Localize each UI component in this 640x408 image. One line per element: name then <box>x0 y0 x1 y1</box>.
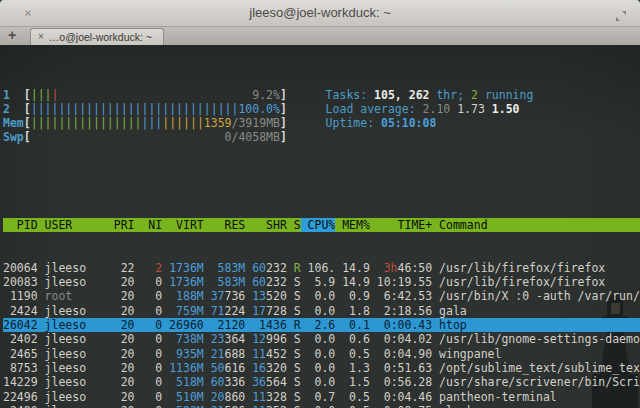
meter-value: 0/4058MB <box>225 130 280 144</box>
stat-uptime: Uptime: 05:10:08 <box>326 116 534 130</box>
new-tab-button[interactable]: + <box>8 27 16 44</box>
process-row[interactable]: 14229jleeso200518M6033636564S0.01.50:56.… <box>3 375 640 389</box>
process-row[interactable]: 1190root200188M3773613520S0.00.96:42.53/… <box>3 289 640 303</box>
meter-bar-red: | <box>51 88 58 102</box>
meter-value: 9.2% <box>252 88 280 102</box>
process-row[interactable]: 8753jleeso2001136M5061616320S0.01.30:51.… <box>3 361 640 375</box>
column-header-time[interactable]: TIME+ <box>370 218 432 232</box>
column-header-ni[interactable]: NI <box>135 218 163 232</box>
tab-title: …o@joel-workduck: ~ <box>49 31 152 43</box>
meter-bar-blue: |||||||||||||||||||||||||||||| <box>31 102 239 116</box>
terminal-window: × jleeso@joel-workduck: ~ + × …o@joel-wo… <box>0 0 640 408</box>
column-header-res[interactable]: RES <box>204 218 246 232</box>
htop-output: 1[||||9.2%]2[|||||||||||||||||||||||||||… <box>0 45 640 408</box>
terminal-screen[interactable]: 1[||||9.2%]2[|||||||||||||||||||||||||||… <box>0 45 640 408</box>
process-row[interactable]: 2402jleeso200738M2336412996S0.00.60:04.0… <box>3 332 640 346</box>
meter-bar-green: ||| <box>31 88 52 102</box>
meter-label: Mem <box>3 116 24 130</box>
meter-label: 1 <box>3 88 24 102</box>
meter-cpu1: 1[||||9.2%] <box>3 88 291 102</box>
stats-column: Tasks: 105, 262 thr; 2 runningLoad avera… <box>326 88 534 145</box>
tab-active[interactable]: × …o@joel-workduck: ~ <box>30 28 164 45</box>
process-row[interactable]: 26042jleeso2002696021201436R2.60.10:00.4… <box>3 318 640 332</box>
meter-label: 2 <box>3 102 24 116</box>
stat-load: Load average: 2.10 1.73 1.50 <box>326 102 534 116</box>
meter-bar-green: |||||||||||||||| <box>31 116 142 130</box>
process-row[interactable]: 2424jleeso200759M7122417728S0.01.82:18.5… <box>3 304 640 318</box>
meter-bar-yellow: |||||| <box>162 116 204 130</box>
spacer <box>3 173 640 189</box>
column-header-pid[interactable]: PID <box>3 218 38 232</box>
meter-cpu2: 2[||||||||||||||||||||||||||||||100.0%] <box>3 102 291 116</box>
process-row[interactable]: 22496jleeso200510M2086011328S0.70.50:04.… <box>3 390 640 404</box>
process-row[interactable]: 2480jleeso200592M2159611352S0.00.50:08.7… <box>3 404 640 408</box>
column-header-command[interactable]: Command <box>432 218 640 232</box>
tab-close-icon[interactable]: × <box>38 32 44 42</box>
column-header-pri[interactable]: PRI <box>107 218 135 232</box>
stat-tasks: Tasks: 105, 262 thr; 2 running <box>326 88 534 102</box>
process-table-header: PIDUSERPRINIVIRTRESSHRSCPU%MEM%TIME+Comm… <box>3 218 640 232</box>
column-header-cpu[interactable]: CPU% <box>301 218 336 232</box>
meter-bar-blue: ||| <box>141 116 162 130</box>
meter-mem: Mem[|||||||||||||||||||||||||1359/3919MB… <box>3 116 291 130</box>
process-row[interactable]: 20083jleeso2001736M583M60232S5.914.910:1… <box>3 275 640 289</box>
meters-column: 1[||||9.2%]2[|||||||||||||||||||||||||||… <box>3 88 291 145</box>
column-header-user[interactable]: USER <box>38 218 107 232</box>
meter-value: 1359 <box>204 116 232 130</box>
meter-value: 100.0% <box>238 102 280 116</box>
tab-bar: + × …o@joel-workduck: ~ <box>0 27 640 45</box>
process-row[interactable]: 20064jleeso2221736M583M60232R106.14.93h4… <box>3 261 640 275</box>
column-header-mem[interactable]: MEM% <box>335 218 370 232</box>
meter-value: /3919MB <box>232 116 280 130</box>
column-header-shr[interactable]: SHR <box>245 218 287 232</box>
column-header-s[interactable]: S <box>287 218 301 232</box>
process-table-body: 20064jleeso2221736M583M60232R106.14.93h4… <box>3 261 640 408</box>
titlebar: × jleeso@joel-workduck: ~ <box>0 0 640 27</box>
close-icon[interactable]: × <box>24 0 32 26</box>
maximize-icon[interactable] <box>615 7 627 19</box>
meter-swp: Swp[0/4058MB] <box>3 130 291 144</box>
column-header-virt[interactable]: VIRT <box>162 218 204 232</box>
process-row[interactable]: 2465jleeso200935M2168811452S0.00.50:04.9… <box>3 347 640 361</box>
meter-label: Swp <box>3 130 24 144</box>
window-title: jleeso@joel-workduck: ~ <box>0 0 640 26</box>
